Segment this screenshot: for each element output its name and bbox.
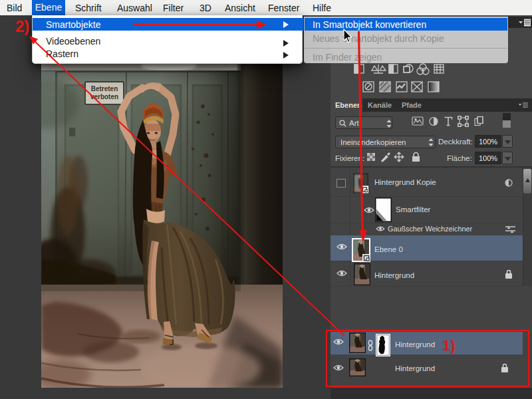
svg-text:verboten: verboten <box>90 93 118 100</box>
svg-text:Betreten: Betreten <box>91 85 118 92</box>
